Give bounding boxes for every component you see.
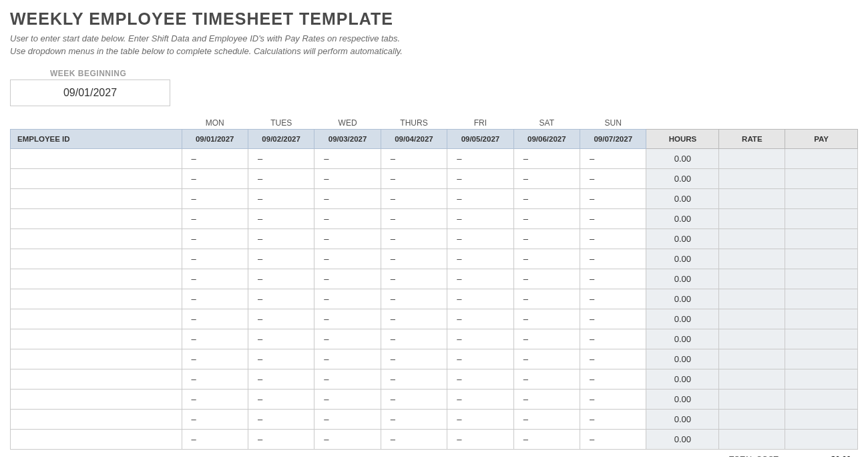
shift-cell[interactable]: – [182, 228, 248, 249]
shift-cell[interactable]: – [381, 289, 447, 309]
shift-cell[interactable]: – [314, 309, 381, 329]
shift-cell[interactable]: – [314, 228, 381, 249]
shift-cell[interactable]: – [580, 148, 646, 168]
shift-cell[interactable]: – [182, 168, 248, 188]
shift-cell[interactable]: – [248, 329, 314, 349]
shift-cell[interactable]: – [447, 409, 513, 429]
shift-cell[interactable]: – [182, 188, 248, 208]
shift-cell[interactable]: – [513, 208, 580, 228]
shift-cell[interactable]: – [314, 188, 381, 208]
employee-id-cell[interactable] [11, 409, 182, 429]
shift-cell[interactable]: – [314, 389, 381, 409]
shift-cell[interactable]: – [248, 188, 314, 208]
shift-cell[interactable]: – [248, 228, 314, 249]
shift-cell[interactable]: – [513, 249, 580, 269]
shift-cell[interactable]: – [381, 409, 447, 429]
shift-cell[interactable]: – [513, 228, 580, 249]
shift-cell[interactable]: – [447, 208, 513, 228]
employee-id-cell[interactable] [11, 148, 182, 168]
shift-cell[interactable]: – [447, 329, 513, 349]
shift-cell[interactable]: – [248, 249, 314, 269]
shift-cell[interactable]: – [447, 168, 513, 188]
shift-cell[interactable]: – [248, 289, 314, 309]
shift-cell[interactable]: – [182, 329, 248, 349]
shift-cell[interactable]: – [248, 429, 314, 449]
shift-cell[interactable]: – [314, 269, 381, 289]
shift-cell[interactable]: – [182, 249, 248, 269]
shift-cell[interactable]: – [447, 148, 513, 168]
shift-cell[interactable]: – [447, 249, 513, 269]
shift-cell[interactable]: – [248, 389, 314, 409]
employee-id-cell[interactable] [11, 269, 182, 289]
shift-cell[interactable]: – [182, 289, 248, 309]
shift-cell[interactable]: – [580, 409, 646, 429]
shift-cell[interactable]: – [580, 429, 646, 449]
employee-id-cell[interactable] [11, 389, 182, 409]
shift-cell[interactable]: – [447, 269, 513, 289]
shift-cell[interactable]: – [248, 269, 314, 289]
shift-cell[interactable]: – [381, 269, 447, 289]
employee-id-cell[interactable] [11, 429, 182, 449]
shift-cell[interactable]: – [314, 168, 381, 188]
employee-id-cell[interactable] [11, 349, 182, 369]
shift-cell[interactable]: – [580, 289, 646, 309]
shift-cell[interactable]: – [381, 148, 447, 168]
shift-cell[interactable]: – [513, 269, 580, 289]
shift-cell[interactable]: – [447, 389, 513, 409]
employee-id-cell[interactable] [11, 208, 182, 228]
shift-cell[interactable]: – [580, 369, 646, 389]
shift-cell[interactable]: – [513, 188, 580, 208]
shift-cell[interactable]: – [447, 429, 513, 449]
shift-cell[interactable]: – [182, 148, 248, 168]
shift-cell[interactable]: – [381, 208, 447, 228]
shift-cell[interactable]: – [182, 269, 248, 289]
shift-cell[interactable]: – [580, 349, 646, 369]
shift-cell[interactable]: – [447, 369, 513, 389]
employee-id-cell[interactable] [11, 228, 182, 249]
employee-id-cell[interactable] [11, 309, 182, 329]
shift-cell[interactable]: – [580, 188, 646, 208]
shift-cell[interactable]: – [447, 309, 513, 329]
employee-id-cell[interactable] [11, 329, 182, 349]
shift-cell[interactable]: – [513, 289, 580, 309]
employee-id-cell[interactable] [11, 188, 182, 208]
shift-cell[interactable]: – [381, 389, 447, 409]
shift-cell[interactable]: – [513, 349, 580, 369]
shift-cell[interactable]: – [314, 208, 381, 228]
shift-cell[interactable]: – [580, 269, 646, 289]
employee-id-cell[interactable] [11, 249, 182, 269]
shift-cell[interactable]: – [447, 228, 513, 249]
shift-cell[interactable]: – [513, 168, 580, 188]
shift-cell[interactable]: – [314, 289, 381, 309]
shift-cell[interactable]: – [314, 249, 381, 269]
shift-cell[interactable]: – [381, 188, 447, 208]
shift-cell[interactable]: – [580, 249, 646, 269]
shift-cell[interactable]: – [182, 409, 248, 429]
employee-id-cell[interactable] [11, 168, 182, 188]
shift-cell[interactable]: – [381, 349, 447, 369]
shift-cell[interactable]: – [513, 329, 580, 349]
shift-cell[interactable]: – [513, 429, 580, 449]
shift-cell[interactable]: – [381, 369, 447, 389]
shift-cell[interactable]: – [248, 168, 314, 188]
shift-cell[interactable]: – [580, 389, 646, 409]
employee-id-cell[interactable] [11, 289, 182, 309]
shift-cell[interactable]: – [580, 309, 646, 329]
shift-cell[interactable]: – [381, 168, 447, 188]
shift-cell[interactable]: – [182, 309, 248, 329]
shift-cell[interactable]: – [447, 289, 513, 309]
shift-cell[interactable]: – [580, 228, 646, 249]
shift-cell[interactable]: – [182, 389, 248, 409]
shift-cell[interactable]: – [381, 249, 447, 269]
shift-cell[interactable]: – [513, 369, 580, 389]
shift-cell[interactable]: – [314, 409, 381, 429]
shift-cell[interactable]: – [381, 228, 447, 249]
shift-cell[interactable]: – [580, 329, 646, 349]
shift-cell[interactable]: – [248, 409, 314, 429]
shift-cell[interactable]: – [580, 208, 646, 228]
shift-cell[interactable]: – [314, 369, 381, 389]
shift-cell[interactable]: – [381, 429, 447, 449]
shift-cell[interactable]: – [381, 329, 447, 349]
shift-cell[interactable]: – [447, 188, 513, 208]
week-beginning-input[interactable] [10, 80, 170, 106]
